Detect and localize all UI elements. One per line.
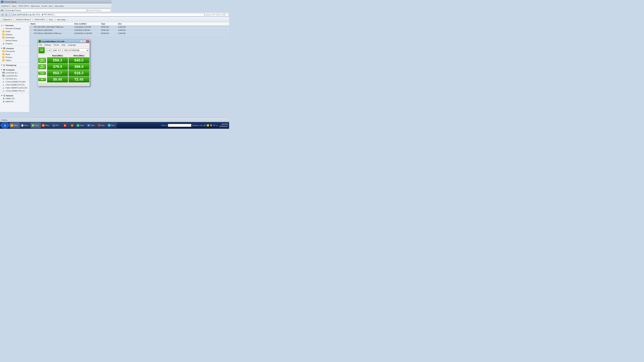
svg-text:⊞: ⊞ bbox=[4, 124, 6, 126]
back-button[interactable] bbox=[1, 13, 4, 16]
sidebar-item-documents[interactable]: Documents bbox=[0, 50, 29, 53]
bg-address-path[interactable]: Libraries ▶ Pictures bbox=[4, 9, 87, 12]
sidebar-item-net-w[interactable]: 🖧 Public (\\WDMYCLOUD) (W:) bbox=[0, 86, 29, 89]
cdm-label-1[interactable]: SeqQ32T1 bbox=[38, 57, 47, 63]
sidebar-item-net-m[interactable]: 🖧 C Drive (\\FAMILY-PC) (M:) bbox=[0, 80, 29, 83]
cdm-label-3[interactable]: Seq bbox=[38, 70, 47, 76]
pc-icon-hans: 🖥 bbox=[2, 100, 5, 103]
main-address-bar: ↑ Dow... P6T-ASUS-1... ↻ Dow... ▶ P6T-AS… bbox=[0, 12, 229, 17]
taskbar-btn-documents[interactable]: 📄 Docu... bbox=[20, 123, 30, 128]
file-row[interactable]: r P6T-ASUS-1408-RAID-TRIM.rom 10/19/2015… bbox=[29, 32, 229, 35]
sidebar-item-local-d[interactable]: 💾 Local Disk (D:) bbox=[0, 74, 29, 77]
sidebar-item-net-y[interactable]: 🖧 J Drive (\\FAMILY-PC) (Y:) bbox=[0, 89, 29, 92]
sidebar-libraries-header[interactable]: 📚 Libraries bbox=[0, 46, 29, 50]
bg-explorer-title: Pictures library bbox=[4, 1, 16, 3]
sidebar-item-cd-g[interactable]: 💿 CD Drive (G:) bbox=[0, 77, 29, 80]
cdm-row-seq: Seq 553.7 516.3 bbox=[38, 70, 90, 76]
sidebar-favorites-header[interactable]: ☆ Favorites bbox=[0, 24, 29, 27]
taskbar-btn-pictures[interactable]: 🖼 Pictu... bbox=[41, 123, 51, 128]
bg-explorer-titlebar: Pictures library bbox=[0, 0, 112, 4]
close-button[interactable]: ✕ bbox=[86, 40, 89, 42]
cdm-label-4[interactable]: 4K bbox=[38, 76, 47, 83]
sidebar-homegroup-header[interactable]: 🏠 Homegroup bbox=[0, 63, 29, 66]
bg-newfolder-btn[interactable]: New folder bbox=[55, 5, 64, 7]
bg-share-btn[interactable]: Share with ▾ bbox=[18, 5, 29, 7]
col-type[interactable]: Type bbox=[101, 23, 118, 25]
burn-button[interactable]: Burn bbox=[48, 17, 54, 22]
taskbar-btn-app7[interactable]: ◆ Corin... bbox=[76, 123, 86, 128]
drive-icon-d: 💾 bbox=[2, 75, 5, 77]
sidebar-network-header[interactable]: 🌐 Network bbox=[0, 94, 29, 97]
col-size[interactable]: Size bbox=[118, 23, 131, 25]
sidebar-item-recent-places[interactable]: 🕐 Recent Places bbox=[0, 39, 29, 42]
cdm-menu-file[interactable]: File bbox=[38, 44, 42, 46]
taskbar-btn-crystaldiskmark[interactable]: 💿 Cryst... bbox=[31, 123, 41, 128]
folder-icon-public bbox=[2, 30, 5, 33]
taskbar-btn-mediaplayer[interactable]: ▶ bbox=[62, 123, 68, 128]
bg-back-button[interactable] bbox=[1, 9, 2, 11]
search-box[interactable]: Search P6T-ASUS-1408 bbox=[205, 13, 228, 16]
cdm-write-1: 540.0 bbox=[68, 57, 90, 63]
cdm-runs-select[interactable]: 5 bbox=[45, 49, 51, 52]
cdm-all-button[interactable]: All bbox=[38, 47, 44, 53]
tray-links-label[interactable]: Links bbox=[199, 124, 202, 126]
bg-search-box[interactable]: Search Pictures bbox=[88, 9, 111, 12]
minimize-button[interactable]: _ bbox=[80, 40, 83, 42]
bg-organize-btn[interactable]: Organize ▾ bbox=[1, 5, 10, 7]
taskbar-btn-p6t[interactable]: 🔧 P6T-... bbox=[52, 123, 61, 128]
include-library-button[interactable]: Include in library ▾ bbox=[14, 17, 32, 22]
sidebar-item-music[interactable]: Music bbox=[0, 53, 29, 56]
tray-address-label: Address bbox=[161, 124, 167, 126]
taskbar-btn-app10[interactable]: 🌍 Fern... bbox=[107, 123, 117, 128]
bg-forward-button[interactable] bbox=[2, 9, 3, 11]
cdm-size-select[interactable]: 1GiB bbox=[52, 49, 60, 52]
taskbar-btn-chrome[interactable]: 🌐 Fern... bbox=[97, 123, 107, 128]
cdm-header-row: Read [MB/s] Write [MB/s] bbox=[38, 54, 90, 57]
maximize-button[interactable]: □ bbox=[83, 40, 86, 42]
sidebar-item-family-pc[interactable]: 🖥 FAMILY-PC bbox=[0, 97, 29, 100]
sidebar-item-net-n[interactable]: 🖧 I Drive (\\FAMILY-PC) (N:) bbox=[0, 83, 29, 86]
tray-desktop-label[interactable]: Desktop bbox=[192, 124, 198, 126]
sidebar-computer-header[interactable]: 💻 Computer bbox=[0, 68, 29, 71]
file-row[interactable]: r P6T-ASUS-1408.ROM 11/8/2010 4:08 PM RO… bbox=[29, 29, 229, 32]
taskbar-tray: Address Desktop Links 🔊 📶 🔋 EN ▲ bbox=[160, 124, 219, 127]
cdm-label-2[interactable]: 4KQ32T1 bbox=[38, 63, 47, 70]
taskbar-btn-windows-explorer[interactable]: 🗁 Wind... bbox=[10, 123, 20, 128]
forward-button[interactable] bbox=[5, 13, 8, 16]
taskbar-btn-firefox[interactable]: 🦊 bbox=[69, 123, 76, 128]
address-path[interactable]: Dow... ▶ P6T-ASUS-1... bbox=[36, 13, 204, 16]
sidebar-item-desktop[interactable]: Desktop bbox=[0, 33, 29, 36]
cdm-menu-help[interactable]: Help bbox=[61, 44, 66, 46]
col-date[interactable]: Date modified bbox=[74, 23, 101, 25]
bg-email-btn[interactable]: E-mail bbox=[42, 5, 47, 7]
breadcrumb: Dow... P6T-ASUS-1... bbox=[13, 14, 31, 15]
sidebar-item-local-c[interactable]: 💾 Local Disk (C:) bbox=[0, 71, 29, 74]
sidebar-item-videos[interactable]: Videos bbox=[0, 59, 29, 62]
taskbar-clock[interactable]: 9:04 PM 10/20/2016 bbox=[219, 123, 229, 128]
start-button[interactable]: ⊞ bbox=[0, 122, 10, 128]
sidebar-item-downloads[interactable]: Downloads bbox=[0, 36, 29, 39]
organize-button[interactable]: Organize ▾ bbox=[1, 17, 14, 22]
taskbar-btn-word[interactable]: W Corin... bbox=[86, 123, 96, 128]
sidebar-item-recently-changed[interactable]: ★ Recently Changed bbox=[0, 27, 29, 30]
sidebar-item-public[interactable]: Public bbox=[0, 30, 29, 33]
cdm-drive-select[interactable]: C: 30% (277/932GiB) bbox=[61, 49, 89, 52]
col-name[interactable]: Name bbox=[31, 23, 74, 25]
sidebar-item-hans-pc[interactable]: 🖥 HANS-PC bbox=[0, 100, 29, 103]
tray-address-input[interactable] bbox=[168, 124, 191, 127]
share-with-button[interactable]: Share with ▾ bbox=[33, 17, 46, 22]
up-button[interactable]: ↑ bbox=[9, 13, 12, 16]
tray-more-icon[interactable]: ▲ bbox=[216, 124, 218, 126]
bg-slideshow-btn[interactable]: Slide show bbox=[31, 5, 40, 7]
tray-icon-2: 📶 bbox=[206, 124, 209, 126]
cdm-menu-language[interactable]: Language bbox=[67, 44, 76, 46]
bg-open-btn[interactable]: Open bbox=[12, 5, 16, 7]
sidebar-item-pictures[interactable]: Pictures bbox=[0, 56, 29, 59]
sidebar-item-dropbox[interactable]: ◆ Dropbox bbox=[0, 42, 29, 45]
cdm-menu-theme[interactable]: Theme bbox=[53, 44, 60, 46]
file-row[interactable]: r P6T WS PRO 1205 RAID TRIM.rom 11/30/20… bbox=[29, 25, 229, 29]
cdm-menu-settings[interactable]: Settings bbox=[44, 44, 52, 46]
refresh-icon[interactable]: ↻ bbox=[32, 13, 35, 16]
new-folder-button[interactable]: New folder bbox=[56, 17, 68, 22]
bg-burn-btn[interactable]: Burn bbox=[49, 5, 53, 7]
